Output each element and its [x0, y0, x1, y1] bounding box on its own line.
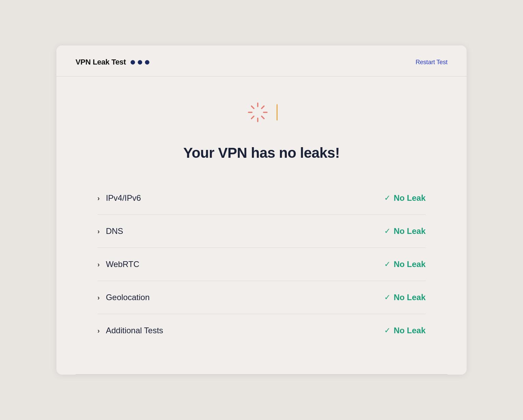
- progress-dots: [131, 60, 149, 65]
- check-icon-2: ✓: [384, 260, 390, 269]
- test-item[interactable]: › DNS ✓ No Leak: [97, 215, 426, 248]
- test-name-1: DNS: [106, 226, 123, 236]
- test-item[interactable]: › Geolocation ✓ No Leak: [97, 281, 426, 314]
- test-result-3: ✓ No Leak: [384, 293, 426, 302]
- test-item-left-4: › Additional Tests: [97, 326, 163, 335]
- svg-line-5: [262, 116, 264, 118]
- test-item[interactable]: › WebRTC ✓ No Leak: [97, 248, 426, 281]
- check-icon-1: ✓: [384, 227, 390, 236]
- no-leak-label-1: No Leak: [394, 226, 426, 236]
- test-result-0: ✓ No Leak: [384, 193, 426, 203]
- svg-line-4: [251, 106, 254, 109]
- test-name-3: Geolocation: [106, 293, 150, 302]
- footer-divider: [76, 374, 447, 375]
- check-icon-3: ✓: [384, 293, 390, 302]
- chevron-icon-3: ›: [97, 294, 100, 302]
- test-item-left-1: › DNS: [97, 226, 123, 236]
- spinner-icon: [246, 100, 270, 124]
- check-icon-4: ✓: [384, 326, 390, 335]
- dot-3: [145, 60, 149, 65]
- test-name-4: Additional Tests: [106, 326, 163, 335]
- dot-2: [138, 60, 142, 65]
- dot-1: [131, 60, 135, 65]
- chevron-icon-0: ›: [97, 194, 100, 202]
- no-leak-label-2: No Leak: [394, 260, 426, 269]
- svg-line-7: [251, 116, 254, 118]
- main-content: Your VPN has no leaks! › IPv4/IPv6 ✓ No …: [56, 76, 467, 374]
- cursor-line: [277, 104, 278, 121]
- test-list: › IPv4/IPv6 ✓ No Leak › DNS ✓ No Leak › …: [97, 182, 426, 347]
- restart-button[interactable]: Restart Test: [416, 59, 447, 66]
- test-item[interactable]: › Additional Tests ✓ No Leak: [97, 314, 426, 347]
- chevron-icon-2: ›: [97, 261, 100, 268]
- test-item[interactable]: › IPv4/IPv6 ✓ No Leak: [97, 182, 426, 215]
- spinner-area: [246, 97, 278, 128]
- header: VPN Leak Test Restart Test: [56, 45, 467, 76]
- test-result-4: ✓ No Leak: [384, 326, 426, 335]
- test-item-left-3: › Geolocation: [97, 293, 150, 302]
- check-icon-0: ✓: [384, 194, 390, 202]
- test-result-1: ✓ No Leak: [384, 226, 426, 236]
- test-name-2: WebRTC: [106, 260, 139, 269]
- main-heading: Your VPN has no leaks!: [183, 145, 339, 161]
- no-leak-label-0: No Leak: [394, 193, 426, 203]
- chevron-icon-4: ›: [97, 327, 100, 335]
- page-title: VPN Leak Test: [76, 58, 126, 67]
- vpn-leak-test-card: VPN Leak Test Restart Test: [56, 45, 467, 375]
- test-item-left-2: › WebRTC: [97, 260, 139, 269]
- test-name-0: IPv4/IPv6: [106, 193, 141, 203]
- svg-line-6: [262, 106, 264, 109]
- chevron-icon-1: ›: [97, 227, 100, 235]
- test-item-left-0: › IPv4/IPv6: [97, 193, 141, 203]
- no-leak-label-3: No Leak: [394, 293, 426, 302]
- no-leak-label-4: No Leak: [394, 326, 426, 335]
- test-result-2: ✓ No Leak: [384, 260, 426, 269]
- header-left: VPN Leak Test: [76, 58, 149, 67]
